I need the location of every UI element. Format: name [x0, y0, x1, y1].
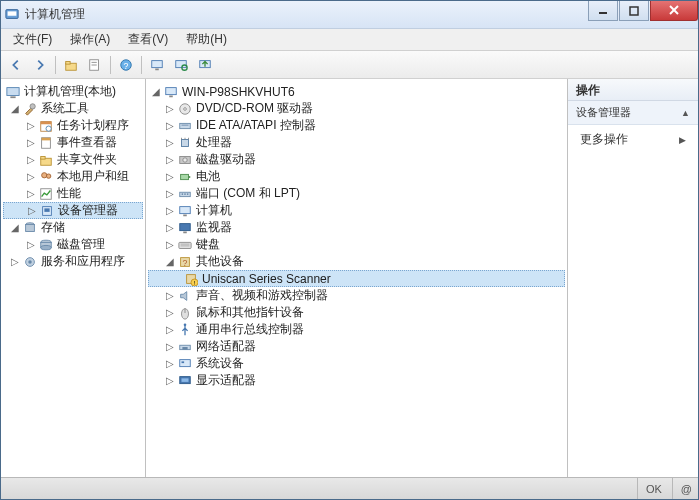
svg-point-20	[30, 103, 35, 108]
device-category[interactable]: ▷网络适配器	[148, 338, 565, 355]
device-category[interactable]: ▷显示适配器	[148, 372, 565, 389]
expand-toggle[interactable]: ▷	[25, 154, 37, 166]
device-category[interactable]: ▷端口 (COM 和 LPT)	[148, 185, 565, 202]
mid-pane[interactable]: ◢ WIN-P98SHKVHUT6 ▷DVD/CD-ROM 驱动器▷IDE AT…	[146, 79, 568, 477]
left-group[interactable]: ◢系统工具	[3, 100, 143, 117]
left-item[interactable]: ▷共享文件夹	[3, 151, 143, 168]
left-root[interactable]: 计算机管理(本地)	[3, 83, 143, 100]
expand-toggle[interactable]: ▷	[25, 239, 37, 251]
expand-toggle[interactable]: ▷	[9, 256, 21, 268]
left-group[interactable]: ◢存储	[3, 219, 143, 236]
expand-toggle[interactable]: ▷	[164, 137, 176, 149]
svg-point-57	[187, 193, 189, 195]
left-item[interactable]: ▷磁盘管理	[3, 236, 143, 253]
device-category[interactable]: ▷监视器	[148, 219, 565, 236]
device-category[interactable]: ▷计算机	[148, 202, 565, 219]
right-pane: 操作 设备管理器 ▲ 更多操作 ▶	[568, 79, 698, 477]
svg-rect-60	[180, 223, 191, 230]
toolbar-separator	[110, 56, 111, 74]
device-category[interactable]: ◢?其他设备	[148, 253, 565, 270]
actions-header: 操作	[568, 79, 698, 101]
up-button[interactable]	[60, 54, 82, 76]
port-icon	[177, 186, 193, 202]
actions-section[interactable]: 设备管理器 ▲	[568, 101, 698, 125]
expand-toggle[interactable]: ▷	[164, 307, 176, 319]
menu-file[interactable]: 文件(F)	[5, 29, 60, 50]
back-button[interactable]	[5, 54, 27, 76]
device-category[interactable]: ▷处理器	[148, 134, 565, 151]
svg-rect-3	[630, 7, 638, 15]
device-category[interactable]: ▷DVD/CD-ROM 驱动器	[148, 100, 565, 117]
sched-icon	[38, 118, 54, 134]
system-icon	[177, 356, 193, 372]
window-controls	[588, 1, 698, 21]
forward-button[interactable]	[29, 54, 51, 76]
svg-point-39	[28, 260, 32, 264]
expand-toggle[interactable]: ▷	[164, 222, 176, 234]
collapse-toggle[interactable]: ◢	[150, 86, 162, 98]
mouse-icon	[177, 305, 193, 321]
expand-toggle[interactable]: ▷	[164, 171, 176, 183]
left-group[interactable]: ▷服务和应用程序	[3, 253, 143, 270]
device-category[interactable]: ▷键盘	[148, 236, 565, 253]
computer-view-button[interactable]	[146, 54, 168, 76]
svg-point-56	[184, 193, 186, 195]
expand-toggle[interactable]: ▷	[164, 154, 176, 166]
expand-toggle[interactable]: ▷	[25, 171, 37, 183]
device-category[interactable]: ▷鼠标和其他指针设备	[148, 304, 565, 321]
expand-toggle[interactable]: ◢	[9, 222, 21, 234]
expand-toggle[interactable]: ▷	[25, 188, 37, 200]
device-category[interactable]: ▷IDE ATA/ATAPI 控制器	[148, 117, 565, 134]
left-item[interactable]: ▷本地用户和组	[3, 168, 143, 185]
svg-point-55	[182, 193, 184, 195]
maximize-button[interactable]	[619, 1, 649, 21]
users-icon	[38, 169, 54, 185]
menu-action[interactable]: 操作(A)	[62, 29, 118, 50]
expand-toggle[interactable]: ▷	[26, 205, 38, 217]
svg-rect-22	[41, 121, 52, 124]
expand-toggle[interactable]: ◢	[164, 256, 176, 268]
left-item[interactable]: ▷性能	[3, 185, 143, 202]
left-item[interactable]: ▷任务计划程序	[3, 117, 143, 134]
update-driver-button[interactable]	[194, 54, 216, 76]
device-category[interactable]: ▷通用串行总线控制器	[148, 321, 565, 338]
left-pane[interactable]: 计算机管理(本地) ◢系统工具▷任务计划程序▷事件查看器▷共享文件夹▷本地用户和…	[1, 79, 146, 477]
expand-toggle[interactable]: ▷	[164, 120, 176, 132]
svg-rect-74	[182, 347, 187, 350]
device-item[interactable]: !Uniscan Series Scanner	[148, 270, 565, 287]
sound-icon	[177, 288, 193, 304]
expand-toggle[interactable]: ▷	[164, 341, 176, 353]
device-category[interactable]: ▷磁盘驱动器	[148, 151, 565, 168]
expand-toggle[interactable]: ▷	[164, 188, 176, 200]
minimize-button[interactable]	[588, 1, 618, 21]
svg-text:?: ?	[183, 257, 188, 267]
expand-toggle[interactable]: ▷	[164, 103, 176, 115]
device-category[interactable]: ▷电池	[148, 168, 565, 185]
mid-root[interactable]: ◢ WIN-P98SHKVHUT6	[148, 83, 565, 100]
more-actions-link[interactable]: 更多操作 ▶	[568, 125, 698, 154]
device-category[interactable]: ▷声音、视频和游戏控制器	[148, 287, 565, 304]
menu-help[interactable]: 帮助(H)	[178, 29, 235, 50]
expand-toggle[interactable]: ▷	[164, 358, 176, 370]
device-category[interactable]: ▷系统设备	[148, 355, 565, 372]
left-item[interactable]: ▷设备管理器	[3, 202, 143, 219]
svg-point-29	[46, 173, 50, 177]
menu-view[interactable]: 查看(V)	[120, 29, 176, 50]
expand-toggle[interactable]: ▷	[164, 205, 176, 217]
expand-toggle[interactable]: ▷	[164, 324, 176, 336]
help-button[interactable]: ?	[115, 54, 137, 76]
svg-rect-19	[10, 96, 15, 98]
expand-toggle[interactable]: ▷	[164, 290, 176, 302]
expand-toggle[interactable]: ▷	[25, 137, 37, 149]
expand-toggle[interactable]: ▷	[164, 239, 176, 251]
svg-rect-1	[8, 11, 17, 15]
close-button[interactable]	[650, 1, 698, 21]
keyboard-icon	[177, 237, 193, 253]
properties-button[interactable]	[84, 54, 106, 76]
svg-rect-25	[42, 137, 51, 140]
expand-toggle[interactable]: ◢	[9, 103, 21, 115]
expand-toggle[interactable]: ▷	[164, 375, 176, 387]
left-item[interactable]: ▷事件查看器	[3, 134, 143, 151]
scan-button[interactable]	[170, 54, 192, 76]
expand-toggle[interactable]: ▷	[25, 120, 37, 132]
